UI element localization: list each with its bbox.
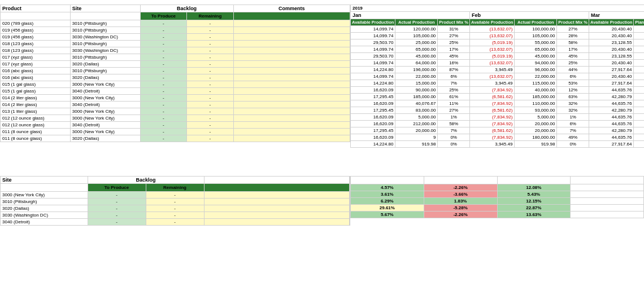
left-table-row: 011 (8 ounce glass)3000 (New York City)-… [1,129,350,135]
comments-cell[interactable] [233,81,350,88]
comments-cell[interactable] [233,108,350,115]
right-cell-2-0: 29,503.70 [351,39,395,46]
right-cell-7-6: 20,430.40 [589,73,634,80]
to-produce-cell[interactable]: - [140,88,187,95]
sub-header-mar-1: Planned Production [634,19,644,26]
right-cell-1-2: 27% [438,33,470,39]
to-produce-cell[interactable]: - [140,34,187,41]
right-cell-12-3: (6,581.62) [470,107,515,114]
site-cell: 3040 (Detroit) [70,102,140,108]
left-table-row: 017 (xyz glass)3020 (Dallas)-- [1,61,350,68]
product-cell: 019 (456 glass) [1,34,71,41]
to-produce-header: To Produce [140,12,187,20]
to-produce-cell[interactable]: - [140,61,187,68]
right-cell-4-6: 23,128.55 [589,53,634,60]
comments-cell[interactable] [233,122,350,129]
to-produce-cell[interactable]: - [140,54,187,61]
capacity-cell-1-0: 3.61% [351,191,424,198]
to-produce-cell[interactable]: - [140,122,187,129]
comments-cell[interactable] [233,88,350,95]
comments-cell[interactable] [233,34,350,41]
to-produce-cell[interactable]: - [140,81,187,88]
comments-cell[interactable] [233,95,350,102]
right-cell-17-6: 27,917.64 [589,141,634,148]
to-produce-bottom-cell[interactable]: - [88,219,146,226]
right-cell-6-7: 116,000.00 [634,67,644,73]
site-cell: 3030 (Washington DC) [70,47,140,54]
comments-bottom-cell [204,212,350,219]
right-table-row: 17,295.4583,000.0027%(6,581.62)93,000.00… [351,107,645,114]
right-cell-12-5: 32% [557,107,589,114]
to-produce-cell[interactable]: - [140,135,187,142]
right-cell-4-0: 29,503.70 [351,53,395,60]
right-table-row: 16,620.0990%(7,834.92)180,000.0049%44,63… [351,134,645,141]
site-sub [70,12,140,20]
comments-cell[interactable] [233,135,350,142]
to-produce-cell[interactable]: - [140,129,187,135]
comments-cell[interactable] [233,41,350,47]
comments-cell[interactable] [233,115,350,122]
comments-cell[interactable] [233,129,350,135]
to-produce-cell[interactable]: - [140,41,187,47]
remaining-cell: - [187,27,234,34]
right-cell-16-7: 180,000.00 [634,134,644,141]
left-table-row: 016 (abc glass)3010 (Pittsburgh)-- [1,68,350,74]
left-table-row: 012 (12 ounce glass)3040 (Detroit)-- [1,122,350,129]
right-table-row: 14,099.7422,000.006%(13,632.07)22,000.00… [351,73,645,80]
right-cell-0-0: 14,099.74 [351,26,395,33]
comments-cell[interactable] [233,68,350,74]
to-produce-bottom: To Produce [88,184,146,192]
right-cell-9-5: 12% [557,87,589,94]
site-cell: 3030 (Washington DC) [70,34,140,41]
month-header-mar: Mar [589,12,644,19]
remaining-cell: - [187,102,234,108]
right-cell-14-2: 58% [438,121,470,127]
comments-cell[interactable] [233,74,350,81]
remaining-cell: - [187,47,234,54]
to-produce-bottom-cell[interactable]: - [88,192,146,199]
product-sub [1,12,71,20]
comments-cell[interactable] [233,27,350,34]
to-produce-cell[interactable]: - [140,20,187,27]
right-table-row: 17,295.45185,000.0061%(6,581.62)185,000.… [351,94,645,100]
site-bottom-cell: 3040 (Detroit) [1,219,88,226]
to-produce-bottom-cell[interactable]: - [88,199,146,205]
remaining-bottom-cell: - [146,219,204,226]
left-table-row: 015 (1 gal glass)3040 (Detroit)-- [1,88,350,95]
right-table-row: 14,224.80919.980%3,945.49919.980%27,917.… [351,141,645,148]
comments-cell[interactable] [233,47,350,54]
to-produce-cell[interactable]: - [140,27,187,34]
to-produce-cell[interactable]: - [140,102,187,108]
to-produce-bottom-cell[interactable]: - [88,212,146,219]
remaining-header: Remaining [187,12,234,20]
right-cell-13-3: (7,834.92) [470,114,515,121]
right-cell-15-2: 7% [438,127,470,134]
comments-cell[interactable] [233,61,350,68]
right-cell-5-7: 64,000.00 [634,60,644,67]
right-cell-0-3: (13,632.07) [470,26,515,33]
to-produce-cell[interactable]: - [140,95,187,102]
to-produce-cell[interactable]: - [140,68,187,74]
comments-cell[interactable] [233,54,350,61]
right-cell-4-1: 45,000.00 [395,53,438,60]
comments-cell[interactable] [233,20,350,27]
right-cell-9-2: 25% [438,87,470,94]
to-produce-cell[interactable]: - [140,115,187,122]
right-cell-11-2: 11% [438,100,470,107]
main-content: Product Site Backlog Comments To Produce… [0,5,644,253]
product-cell: 018 (123 glass) [1,47,71,54]
right-cell-9-3: (7,834.92) [470,87,515,94]
right-cell-12-4: 93,000.00 [515,107,557,114]
capacity-cell-0-1: -2.26% [424,184,497,191]
to-produce-bottom-cell[interactable]: - [88,205,146,212]
capacity-cell-1-3 [571,191,644,198]
right-cell-11-7: 110,000.00 [634,100,644,107]
to-produce-cell[interactable]: - [140,74,187,81]
left-table-row: 013 (1 liter glass)3000 (New York City)-… [1,108,350,115]
product-cell: 012 (12 ounce glass) [1,115,71,122]
site-cell: 3020 (Dallas) [70,61,140,68]
to-produce-cell[interactable]: - [140,108,187,115]
comments-cell[interactable] [233,102,350,108]
right-cell-14-4: 20,000.00 [515,121,557,127]
to-produce-cell[interactable]: - [140,47,187,54]
